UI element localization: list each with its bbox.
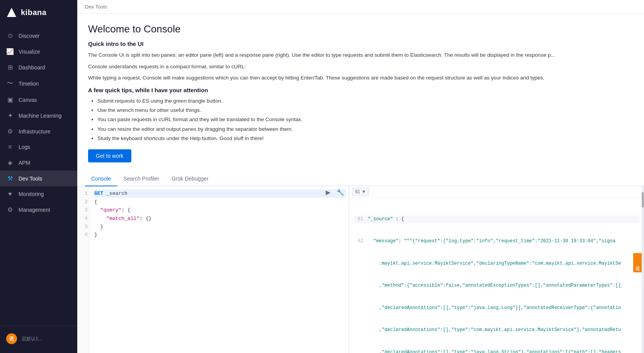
sidebar-bottom: 迟 迟默认1... xyxy=(0,326,77,353)
sidebar-item-monitoring[interactable]: ♥ Monitoring xyxy=(0,186,77,202)
response-toolbar: 61 ▼ xyxy=(349,186,644,198)
code-line-5: } xyxy=(94,223,346,231)
response-content[interactable]: 61 "_source" : { 62 "message": """{"requ… xyxy=(349,198,644,353)
tip-4: You can resize the editor and output pan… xyxy=(97,125,633,134)
sidebar-item-label: Canvas xyxy=(19,97,37,103)
visualize-icon: 📈 xyxy=(6,48,14,55)
tip-3: You can paste requests in cURL format an… xyxy=(97,115,633,124)
content-area: Welcome to Console Quick intro to the UI… xyxy=(77,14,644,353)
code-editor[interactable]: GET _search { "query": { "match_all": {}… xyxy=(90,186,349,353)
sidebar-item-label: Machine Learning xyxy=(19,113,61,119)
sidebar-item-label: Infrastructure xyxy=(19,128,50,135)
scrollbar-track xyxy=(642,186,644,353)
welcome-title: Welcome to Console xyxy=(88,23,633,35)
avatar: 迟 xyxy=(6,333,17,344)
sidebar-item-management[interactable]: ⚙ Management xyxy=(0,202,77,218)
line-indicator: 61 ▼ xyxy=(352,188,369,196)
sidebar-item-timelion[interactable]: 〜 Timelion xyxy=(0,75,77,92)
response-pane: 61 ▼ 61 "_source" : { 62 "message": """{… xyxy=(349,186,644,353)
editor-pane: ▶ 🔧 1 2 3 4 5 6 GET _search { xyxy=(77,186,349,353)
sidebar-item-apm[interactable]: ◈ APM xyxy=(0,155,77,171)
sidebar: kibana ⊙ Discover 📈 Visualize ⊞ Dashboar… xyxy=(0,0,77,353)
run-button[interactable]: ▶ xyxy=(324,188,332,197)
editor-lines[interactable]: 1 2 3 4 5 6 GET _search { "query": { "ma… xyxy=(77,186,349,353)
infrastructure-icon: ⚙ xyxy=(6,128,14,135)
sidebar-item-user[interactable]: 迟 迟默认1... xyxy=(0,329,77,348)
sidebar-item-dev-tools[interactable]: ⚒ Dev Tools xyxy=(0,171,77,186)
sidebar-item-label: Dev Tools xyxy=(19,176,42,182)
code-line-3: "query": { xyxy=(94,206,346,214)
logs-icon: ≡ xyxy=(6,144,14,150)
sidebar-item-label: Management xyxy=(19,207,50,213)
editor-area: ▶ 🔧 1 2 3 4 5 6 GET _search { xyxy=(77,186,644,353)
svg-marker-0 xyxy=(7,8,16,17)
sidebar-item-logs[interactable]: ≡ Logs xyxy=(0,139,77,155)
kibana-logo-icon xyxy=(6,7,17,18)
sidebar-item-canvas[interactable]: ▣ Canvas xyxy=(0,92,77,108)
timelion-icon: 〜 xyxy=(6,79,14,88)
dashboard-icon: ⊞ xyxy=(6,64,14,71)
intro-para-1: The Console UI is split into two panes: … xyxy=(88,51,633,59)
code-line-6: } xyxy=(94,231,346,239)
kibana-wordmark: kibana xyxy=(21,8,46,17)
sidebar-logo: kibana xyxy=(0,0,77,25)
canvas-icon: ▣ xyxy=(6,96,14,103)
user-badge[interactable]: 迟 xyxy=(633,253,642,272)
resp-line-61: 61 "_source" : { xyxy=(354,216,639,223)
apm-icon: ◈ xyxy=(6,159,14,166)
resp-line-62c: ,"method":{"accessible":false,"annotated… xyxy=(354,282,639,289)
monitoring-icon: ♥ xyxy=(6,191,14,198)
sidebar-nav: ⊙ Discover 📈 Visualize ⊞ Dashboard 〜 Tim… xyxy=(0,25,77,326)
get-to-work-button[interactable]: Get to work xyxy=(88,149,131,162)
sidebar-item-label: APM xyxy=(19,160,30,166)
editor-toolbar: ▶ 🔧 xyxy=(324,188,346,197)
wrench-button[interactable]: 🔧 xyxy=(335,188,346,197)
resp-line-62e: ,"declaredAnnotations":[],"type":"com.ma… xyxy=(354,326,639,334)
tab-console[interactable]: Console xyxy=(85,172,117,186)
management-icon: ⚙ xyxy=(6,206,14,213)
intro-para-2: Console understands requests in a compac… xyxy=(88,62,633,71)
scrollbar-thumb[interactable] xyxy=(642,192,644,208)
tab-search-profiler[interactable]: Search Profiler xyxy=(117,172,165,186)
sidebar-item-dashboard[interactable]: ⊞ Dashboard xyxy=(0,59,77,75)
sidebar-item-label: Logs xyxy=(19,144,30,150)
sidebar-item-infrastructure[interactable]: ⚙ Infrastructure xyxy=(0,123,77,139)
tip-1: Submit requests to ES using the green tr… xyxy=(97,96,633,106)
line-numbers: 1 2 3 4 5 6 xyxy=(77,186,90,353)
discover-icon: ⊙ xyxy=(6,32,14,39)
sidebar-item-label: Timelion xyxy=(19,81,39,87)
dev-tools-icon: ⚒ xyxy=(6,175,14,182)
sidebar-item-discover[interactable]: ⊙ Discover xyxy=(0,28,77,44)
tips-title: A few quick tips, while I have your atte… xyxy=(88,87,633,93)
resp-line-62d: ,"declaredAnnotations":[],"type":"java.l… xyxy=(354,304,639,312)
sidebar-item-visualize[interactable]: 📈 Visualize xyxy=(0,44,77,59)
resp-line-62b: .mayikt.api.service.MayiktService","decl… xyxy=(354,260,639,267)
tip-5: Study the keyboard shortcuts under the H… xyxy=(97,134,633,143)
sidebar-item-machine-learning[interactable]: ✦ Machine Learning xyxy=(0,108,77,123)
welcome-section: Welcome to Console Quick intro to the UI… xyxy=(77,14,644,169)
tip-2: Use the wrench menu for other useful thi… xyxy=(97,106,633,115)
tab-grok-debugger[interactable]: Grok Debugger xyxy=(165,172,215,186)
sidebar-item-label: Dashboard xyxy=(19,64,45,71)
resp-line-62: 62 "message": """{"request":{"log_type":… xyxy=(354,238,639,245)
code-line-2: { xyxy=(94,198,346,206)
resp-line-62f: ,"declaredAnnotations":[],"type":"java.l… xyxy=(354,349,639,353)
user-label: 迟默认1... xyxy=(22,336,42,342)
main-content: Dev Tools Welcome to Console Quick intro… xyxy=(77,0,644,353)
sidebar-item-label: Discover xyxy=(19,33,39,39)
sidebar-item-label: Monitoring xyxy=(19,191,44,197)
breadcrumb: Dev Tools xyxy=(77,0,644,14)
tips-list: Submit requests to ES using the green tr… xyxy=(88,96,633,143)
ml-icon: ✦ xyxy=(6,112,14,119)
quick-intro-title: Quick intro to the UI xyxy=(88,41,633,47)
tabs-bar: Console Search Profiler Grok Debugger xyxy=(77,172,644,186)
code-line-1: GET _search xyxy=(94,189,346,198)
code-line-4: "match_all": {} xyxy=(94,215,346,223)
intro-para-3: While typing a request, Console will mak… xyxy=(88,74,633,82)
sidebar-item-label: Visualize xyxy=(19,49,40,55)
